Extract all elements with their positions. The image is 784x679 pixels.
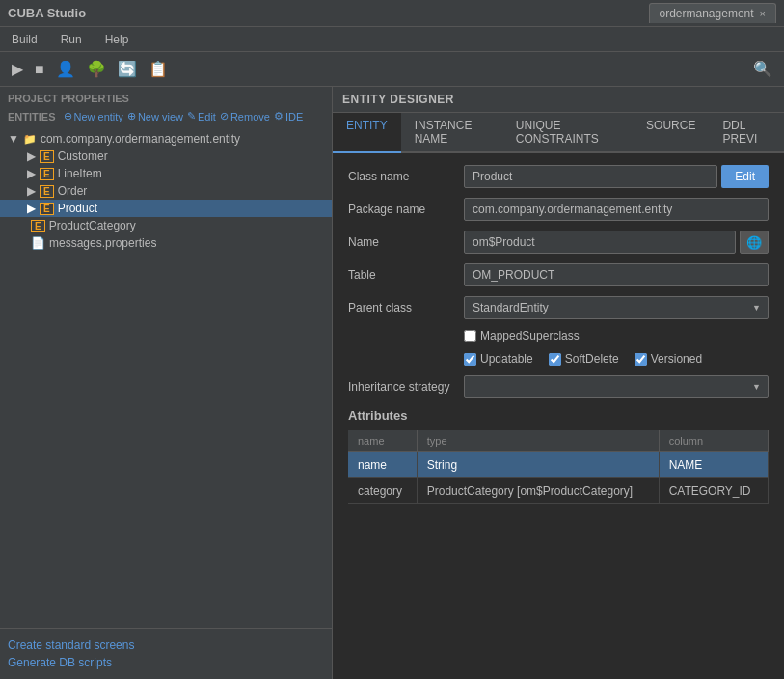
tree-item-label-messages: messages.properties [49,236,156,250]
parent-class-label: Parent class [348,301,464,314]
tree-item-arrow-product: ▶ [27,202,36,215]
tab-unique-constraints[interactable]: UNIQUE CONSTRAINTS [502,113,633,153]
package-name-input[interactable] [464,198,769,221]
sidebar-bottom: Create standard screens Generate DB scri… [0,628,332,679]
name-input[interactable] [464,231,736,254]
tab-source[interactable]: SOURCE [633,113,709,153]
class-name-row: Class name Edit [348,165,769,188]
project-properties-label: PROJECT PROPERTIES [0,87,332,106]
toolbar-search-button[interactable]: 🔍 [749,58,776,80]
attributes-title: Attributes [348,408,769,422]
checkbox-softdelete[interactable]: SoftDelete [549,352,619,366]
file-icon-messages: 📄 [31,236,45,250]
name-label: Name [348,235,464,249]
attr-category-column: CATEGORY_ID [659,478,768,504]
inheritance-strategy-select[interactable] [464,375,769,398]
tree-item-label-product: Product [58,202,97,215]
remove-entity-button[interactable]: ⊘ Remove [220,110,270,122]
package-name-row: Package name [348,198,769,221]
checkbox-versioned[interactable]: Versioned [635,352,702,366]
checkbox-mappedsuperclass[interactable]: MappedSuperclass [464,329,580,342]
tree-item-arrow: ▶ [27,167,36,180]
menu-help[interactable]: Help [101,31,133,48]
col-header-type: type [417,430,659,452]
tab-ddl-preview[interactable]: DDL PREVI [709,113,784,153]
app-title: CUBA Studio [8,6,86,20]
package-name-field-group [464,198,769,221]
toolbar-refresh-button[interactable]: 🔄 [114,58,141,80]
close-tab-button[interactable]: × [760,8,766,19]
package-name-label: Package name [348,203,464,216]
designer-header: ENTITY DESIGNER [333,87,784,113]
tree-item-messages[interactable]: 📄 messages.properties [0,234,332,252]
col-header-column: column [659,430,768,452]
ide-button[interactable]: ⚙ IDE [274,110,303,122]
toolbar-user-button[interactable]: 👤 [52,58,79,80]
table-input[interactable] [464,263,769,286]
tree-item-order[interactable]: ▶ E Order [0,182,332,200]
tree-root-package[interactable]: ▼ 📁 com.company.ordermanagement.entity [0,130,332,148]
edit-entity-button[interactable]: ✎ Edit [187,110,216,122]
sidebar: PROJECT PROPERTIES ENTITIES ⊕ New entity… [0,87,333,679]
checkbox-updatable-input[interactable] [464,353,476,366]
sidebar-tree: ▼ 📁 com.company.ordermanagement.entity ▶… [0,126,332,628]
tree-item-product[interactable]: ▶ E Product [0,200,332,217]
main-content: PROJECT PROPERTIES ENTITIES ⊕ New entity… [0,87,784,679]
class-name-field-group: Edit [464,165,769,188]
entity-icon-productcategory: E [31,220,45,232]
tree-item-lineitem[interactable]: ▶ E LineItem [0,165,332,182]
tree-item-arrow: ▶ [27,184,36,198]
parent-class-select[interactable]: StandardEntity [464,296,769,319]
attr-name-type: String [417,452,659,478]
tree-item-label-order: Order [58,184,88,198]
tab-instance-name[interactable]: INSTANCE NAME [401,113,502,153]
tab-entity[interactable]: ENTITY [333,113,401,153]
menu-build[interactable]: Build [8,31,41,48]
attribute-row-category[interactable]: category ProductCategory [om$ProductCate… [348,478,769,504]
new-view-button[interactable]: ⊕ New view [127,110,183,122]
entities-header: ENTITIES ⊕ New entity ⊕ New view ✎ Edit … [0,106,332,126]
tree-root-arrow: ▼ [8,132,19,146]
checkbox-updatable[interactable]: Updatable [464,352,533,366]
title-bar: CUBA Studio ordermanagement × [0,0,784,27]
parent-class-row: Parent class StandardEntity [348,296,769,319]
checkbox-row-1: MappedSuperclass [348,329,769,342]
inheritance-strategy-select-wrapper [464,375,769,398]
inheritance-strategy-label: Inheritance strategy [348,380,464,394]
menu-bar: Build Run Help [0,27,784,52]
attr-name-column: NAME [659,452,768,478]
inheritance-strategy-row: Inheritance strategy [348,375,769,398]
attributes-header-row: name type column [348,430,769,452]
attr-category-type: ProductCategory [om$ProductCategory] [417,478,659,504]
tree-item-label-lineitem: LineItem [58,167,102,180]
tree-item-productcategory[interactable]: E ProductCategory [0,217,332,234]
new-entity-button[interactable]: ⊕ New entity [64,110,123,122]
edit-button[interactable]: Edit [721,165,769,188]
table-row: Table [348,263,769,286]
globe-icon-button[interactable]: 🌐 [740,231,769,254]
class-name-input[interactable] [464,165,717,188]
menu-run[interactable]: Run [57,31,86,48]
toolbar-tree-button[interactable]: 🌳 [83,58,110,80]
name-field-group: 🌐 [464,231,769,254]
designer-body: Class name Edit Package name Name 🌐 [333,153,784,679]
table-field-group [464,263,769,286]
checkbox-softdelete-input[interactable] [549,353,561,366]
generate-db-scripts-link[interactable]: Generate DB scripts [8,654,324,671]
toolbar-copy-button[interactable]: 📋 [145,58,172,80]
toolbar-stop-button[interactable]: ■ [31,59,48,80]
entity-icon-product: E [40,203,54,215]
tree-item-customer[interactable]: ▶ E Customer [0,148,332,165]
attr-category-name: category [348,478,417,504]
table-label: Table [348,268,464,282]
checkbox-row-2: Updatable SoftDelete Versioned [348,352,769,366]
checkbox-mappedsuperclass-input[interactable] [464,330,476,342]
editor-tab[interactable]: ordermanagement × [649,3,777,23]
tree-item-label-customer: Customer [58,149,108,163]
toolbar-play-button[interactable]: ▶ [8,58,27,80]
parent-class-select-wrapper: StandardEntity [464,296,769,319]
checkbox-versioned-input[interactable] [635,353,647,366]
create-standard-screens-link[interactable]: Create standard screens [8,637,324,654]
attribute-row-name[interactable]: name String NAME [348,452,769,478]
attributes-table: name type column name String NAME catego… [348,430,769,504]
